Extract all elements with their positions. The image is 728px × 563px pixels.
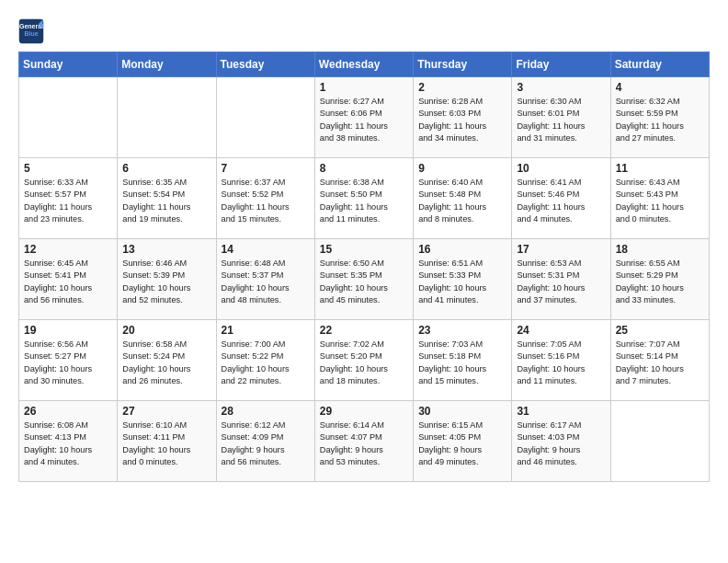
- calendar-cell: 24Sunrise: 7:05 AM Sunset: 5:16 PM Dayli…: [512, 320, 610, 401]
- calendar-cell: 28Sunrise: 6:12 AM Sunset: 4:09 PM Dayli…: [216, 401, 314, 482]
- day-info: Sunrise: 6:56 AM Sunset: 5:27 PM Dayligh…: [24, 339, 112, 387]
- day-number: 9: [418, 162, 506, 175]
- day-number: 27: [122, 405, 210, 418]
- weekday-header: Wednesday: [314, 52, 413, 77]
- calendar-cell: 15Sunrise: 6:50 AM Sunset: 5:35 PM Dayli…: [314, 239, 413, 320]
- day-number: 11: [616, 162, 704, 175]
- calendar-cell: 23Sunrise: 7:03 AM Sunset: 5:18 PM Dayli…: [414, 320, 512, 401]
- day-info: Sunrise: 6:10 AM Sunset: 4:11 PM Dayligh…: [122, 419, 210, 468]
- day-number: 18: [616, 243, 704, 256]
- day-info: Sunrise: 7:07 AM Sunset: 5:14 PM Dayligh…: [616, 339, 704, 387]
- calendar-cell: 25Sunrise: 7:07 AM Sunset: 5:14 PM Dayli…: [610, 320, 709, 401]
- calendar-cell: [610, 401, 709, 482]
- calendar-cell: 11Sunrise: 6:43 AM Sunset: 5:43 PM Dayli…: [610, 158, 709, 239]
- calendar-cell: 27Sunrise: 6:10 AM Sunset: 4:11 PM Dayli…: [118, 401, 216, 482]
- calendar-week-row: 1Sunrise: 6:27 AM Sunset: 6:06 PM Daylig…: [19, 77, 710, 158]
- day-number: 20: [122, 324, 210, 337]
- day-number: 4: [616, 81, 704, 94]
- calendar-cell: 17Sunrise: 6:53 AM Sunset: 5:31 PM Dayli…: [512, 239, 610, 320]
- day-info: Sunrise: 6:38 AM Sunset: 5:50 PM Dayligh…: [320, 177, 408, 225]
- day-info: Sunrise: 6:43 AM Sunset: 5:43 PM Dayligh…: [616, 177, 704, 225]
- day-number: 1: [320, 81, 408, 94]
- day-info: Sunrise: 7:02 AM Sunset: 5:20 PM Dayligh…: [320, 339, 408, 387]
- weekday-header: Sunday: [19, 52, 118, 77]
- day-info: Sunrise: 6:12 AM Sunset: 4:09 PM Dayligh…: [222, 419, 310, 468]
- calendar-week-row: 12Sunrise: 6:45 AM Sunset: 5:41 PM Dayli…: [19, 239, 710, 320]
- calendar-cell: 19Sunrise: 6:56 AM Sunset: 5:27 PM Dayli…: [19, 320, 118, 401]
- day-info: Sunrise: 6:37 AM Sunset: 5:52 PM Dayligh…: [222, 177, 310, 225]
- calendar-cell: [118, 77, 216, 158]
- header: General Blue: [18, 15, 710, 44]
- weekday-header: Monday: [118, 52, 216, 77]
- weekday-header: Friday: [512, 52, 610, 77]
- calendar-week-row: 26Sunrise: 6:08 AM Sunset: 4:13 PM Dayli…: [19, 401, 710, 482]
- day-info: Sunrise: 6:33 AM Sunset: 5:57 PM Dayligh…: [24, 177, 112, 225]
- svg-text:Blue: Blue: [24, 30, 38, 37]
- day-info: Sunrise: 6:51 AM Sunset: 5:33 PM Dayligh…: [418, 258, 506, 306]
- day-number: 29: [320, 405, 408, 418]
- day-info: Sunrise: 6:28 AM Sunset: 6:03 PM Dayligh…: [418, 96, 506, 144]
- weekday-header: Saturday: [610, 52, 709, 77]
- day-number: 7: [222, 162, 310, 175]
- day-info: Sunrise: 7:05 AM Sunset: 5:16 PM Dayligh…: [517, 339, 605, 387]
- day-number: 16: [418, 243, 506, 256]
- calendar-cell: 13Sunrise: 6:46 AM Sunset: 5:39 PM Dayli…: [118, 239, 216, 320]
- calendar-cell: 22Sunrise: 7:02 AM Sunset: 5:20 PM Dayli…: [314, 320, 413, 401]
- day-number: 31: [517, 405, 605, 418]
- calendar-cell: 4Sunrise: 6:32 AM Sunset: 5:59 PM Daylig…: [610, 77, 709, 158]
- logo: General Blue: [18, 18, 46, 44]
- calendar-cell: 3Sunrise: 6:30 AM Sunset: 6:01 PM Daylig…: [512, 77, 610, 158]
- day-info: Sunrise: 6:17 AM Sunset: 4:03 PM Dayligh…: [517, 419, 605, 468]
- day-number: 30: [418, 405, 506, 418]
- calendar-cell: 20Sunrise: 6:58 AM Sunset: 5:24 PM Dayli…: [118, 320, 216, 401]
- calendar-cell: 31Sunrise: 6:17 AM Sunset: 4:03 PM Dayli…: [512, 401, 610, 482]
- calendar-cell: 10Sunrise: 6:41 AM Sunset: 5:46 PM Dayli…: [512, 158, 610, 239]
- day-number: 21: [222, 324, 310, 337]
- calendar-cell: 26Sunrise: 6:08 AM Sunset: 4:13 PM Dayli…: [19, 401, 118, 482]
- calendar-cell: 5Sunrise: 6:33 AM Sunset: 5:57 PM Daylig…: [19, 158, 118, 239]
- day-info: Sunrise: 6:53 AM Sunset: 5:31 PM Dayligh…: [517, 258, 605, 306]
- day-info: Sunrise: 7:03 AM Sunset: 5:18 PM Dayligh…: [418, 339, 506, 387]
- day-number: 26: [24, 405, 112, 418]
- day-info: Sunrise: 6:14 AM Sunset: 4:07 PM Dayligh…: [320, 419, 408, 468]
- day-info: Sunrise: 6:48 AM Sunset: 5:37 PM Dayligh…: [222, 258, 310, 306]
- day-number: 24: [517, 324, 605, 337]
- weekday-header: Tuesday: [216, 52, 314, 77]
- calendar-cell: 21Sunrise: 7:00 AM Sunset: 5:22 PM Dayli…: [216, 320, 314, 401]
- day-info: Sunrise: 6:30 AM Sunset: 6:01 PM Dayligh…: [517, 96, 605, 144]
- day-info: Sunrise: 6:27 AM Sunset: 6:06 PM Dayligh…: [320, 96, 408, 144]
- logo-icon: General Blue: [18, 18, 44, 44]
- calendar-cell: 6Sunrise: 6:35 AM Sunset: 5:54 PM Daylig…: [118, 158, 216, 239]
- day-number: 25: [616, 324, 704, 337]
- calendar-cell: 9Sunrise: 6:40 AM Sunset: 5:48 PM Daylig…: [414, 158, 512, 239]
- day-info: Sunrise: 6:35 AM Sunset: 5:54 PM Dayligh…: [122, 177, 210, 225]
- day-number: 6: [122, 162, 210, 175]
- calendar-cell: 1Sunrise: 6:27 AM Sunset: 6:06 PM Daylig…: [314, 77, 413, 158]
- day-number: 8: [320, 162, 408, 175]
- calendar-cell: 12Sunrise: 6:45 AM Sunset: 5:41 PM Dayli…: [19, 239, 118, 320]
- day-number: 17: [517, 243, 605, 256]
- day-number: 12: [24, 243, 112, 256]
- day-number: 22: [320, 324, 408, 337]
- day-info: Sunrise: 6:45 AM Sunset: 5:41 PM Dayligh…: [24, 258, 112, 306]
- page-container: General Blue SundayMondayTuesdayWednesda…: [0, 0, 728, 491]
- calendar-table: SundayMondayTuesdayWednesdayThursdayFrid…: [18, 52, 710, 482]
- day-info: Sunrise: 6:58 AM Sunset: 5:24 PM Dayligh…: [122, 339, 210, 387]
- calendar-cell: 8Sunrise: 6:38 AM Sunset: 5:50 PM Daylig…: [314, 158, 413, 239]
- day-number: 14: [222, 243, 310, 256]
- calendar-cell: 18Sunrise: 6:55 AM Sunset: 5:29 PM Dayli…: [610, 239, 709, 320]
- day-number: 28: [222, 405, 310, 418]
- day-number: 19: [24, 324, 112, 337]
- day-info: Sunrise: 6:41 AM Sunset: 5:46 PM Dayligh…: [517, 177, 605, 225]
- day-number: 5: [24, 162, 112, 175]
- day-number: 13: [122, 243, 210, 256]
- calendar-cell: 29Sunrise: 6:14 AM Sunset: 4:07 PM Dayli…: [314, 401, 413, 482]
- day-info: Sunrise: 6:15 AM Sunset: 4:05 PM Dayligh…: [418, 419, 506, 468]
- day-info: Sunrise: 6:50 AM Sunset: 5:35 PM Dayligh…: [320, 258, 408, 306]
- calendar-cell: [19, 77, 118, 158]
- day-number: 2: [418, 81, 506, 94]
- calendar-cell: 16Sunrise: 6:51 AM Sunset: 5:33 PM Dayli…: [414, 239, 512, 320]
- calendar-cell: 30Sunrise: 6:15 AM Sunset: 4:05 PM Dayli…: [414, 401, 512, 482]
- day-number: 23: [418, 324, 506, 337]
- calendar-cell: 14Sunrise: 6:48 AM Sunset: 5:37 PM Dayli…: [216, 239, 314, 320]
